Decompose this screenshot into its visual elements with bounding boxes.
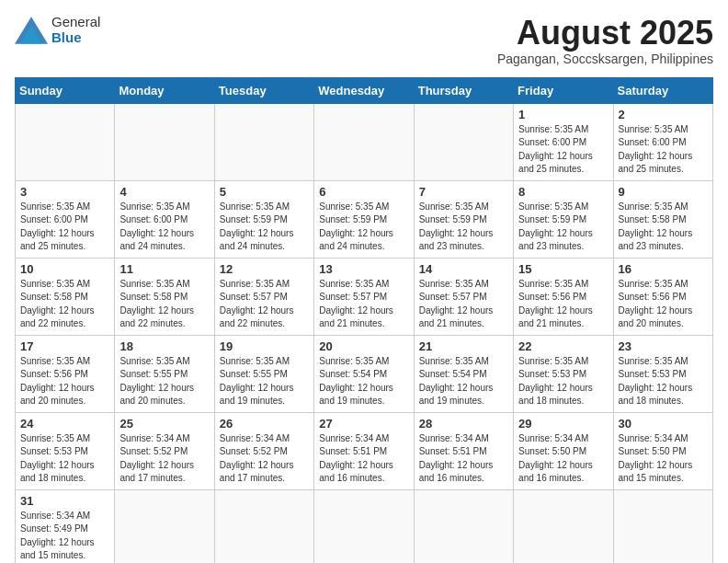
title-area: August 2025 Pagangan, Soccsksargen, Phil… [497,15,713,66]
calendar-cell-1-2: 5Sunrise: 5:35 AM Sunset: 5:59 PM Daylig… [214,180,313,258]
day-number: 29 [518,417,608,431]
day-info: Sunrise: 5:35 AM Sunset: 6:00 PM Dayligh… [119,201,209,254]
calendar-cell-4-4: 28Sunrise: 5:34 AM Sunset: 5:51 PM Dayli… [414,412,513,489]
day-info: Sunrise: 5:35 AM Sunset: 5:56 PM Dayligh… [20,355,109,408]
day-info: Sunrise: 5:35 AM Sunset: 5:57 PM Dayligh… [220,278,309,331]
calendar-cell-1-0: 3Sunrise: 5:35 AM Sunset: 6:00 PM Daylig… [16,180,115,258]
day-info: Sunrise: 5:35 AM Sunset: 5:53 PM Dayligh… [518,355,608,408]
calendar-cell-5-0: 31Sunrise: 5:34 AM Sunset: 5:49 PM Dayli… [16,489,115,563]
day-info: Sunrise: 5:34 AM Sunset: 5:50 PM Dayligh… [518,432,608,486]
calendar-cell-2-2: 12Sunrise: 5:35 AM Sunset: 5:57 PM Dayli… [214,258,313,335]
calendar-cell-0-3 [314,103,414,180]
month-title: August 2025 [497,15,713,52]
calendar-header: SundayMondayTuesdayWednesdayThursdayFrid… [16,77,713,103]
calendar-cell-3-3: 20Sunrise: 5:35 AM Sunset: 5:54 PM Dayli… [314,335,414,412]
location-subtitle: Pagangan, Soccsksargen, Philippines [497,52,713,66]
day-number: 8 [518,185,608,199]
day-number: 18 [119,339,209,353]
calendar-cell-5-2 [214,489,313,563]
day-number: 5 [220,185,309,199]
day-info: Sunrise: 5:35 AM Sunset: 5:55 PM Dayligh… [220,355,309,408]
weekday-header-friday: Friday [514,77,613,103]
calendar-cell-2-0: 10Sunrise: 5:35 AM Sunset: 5:58 PM Dayli… [16,258,115,335]
day-info: Sunrise: 5:35 AM Sunset: 5:59 PM Dayligh… [319,201,408,254]
calendar-cell-5-5 [514,489,613,563]
calendar-week-row-4: 24Sunrise: 5:35 AM Sunset: 5:53 PM Dayli… [16,412,713,489]
day-number: 1 [518,108,608,121]
day-info: Sunrise: 5:35 AM Sunset: 6:00 PM Dayligh… [20,201,109,254]
calendar-cell-2-6: 16Sunrise: 5:35 AM Sunset: 5:56 PM Dayli… [613,258,712,335]
weekday-header-saturday: Saturday [613,77,712,103]
calendar-cell-0-0 [16,103,115,180]
calendar-cell-4-3: 27Sunrise: 5:34 AM Sunset: 5:51 PM Dayli… [314,412,414,489]
day-info: Sunrise: 5:35 AM Sunset: 5:55 PM Dayligh… [119,355,209,408]
calendar-cell-2-1: 11Sunrise: 5:35 AM Sunset: 5:58 PM Dayli… [115,258,214,335]
day-info: Sunrise: 5:34 AM Sunset: 5:51 PM Dayligh… [419,432,508,486]
calendar-cell-4-5: 29Sunrise: 5:34 AM Sunset: 5:50 PM Dayli… [514,412,613,489]
day-number: 7 [419,185,508,199]
calendar-cell-0-4 [414,103,513,180]
logo: General Blue [15,15,100,45]
calendar-cell-1-6: 9Sunrise: 5:35 AM Sunset: 5:58 PM Daylig… [613,180,712,258]
calendar-cell-1-5: 8Sunrise: 5:35 AM Sunset: 5:59 PM Daylig… [514,180,613,258]
day-info: Sunrise: 5:35 AM Sunset: 6:00 PM Dayligh… [619,123,708,177]
day-number: 10 [20,262,109,276]
logo-icon [15,17,48,44]
header: General Blue August 2025 Pagangan, Soccs… [15,15,713,66]
day-info: Sunrise: 5:35 AM Sunset: 5:53 PM Dayligh… [619,355,708,408]
calendar-week-row-1: 3Sunrise: 5:35 AM Sunset: 6:00 PM Daylig… [16,180,713,258]
day-info: Sunrise: 5:34 AM Sunset: 5:49 PM Dayligh… [20,510,109,563]
day-number: 11 [119,262,209,276]
day-info: Sunrise: 5:34 AM Sunset: 5:52 PM Dayligh… [119,432,209,486]
calendar-cell-5-3 [314,489,414,563]
day-number: 15 [518,262,608,276]
calendar-week-row-3: 17Sunrise: 5:35 AM Sunset: 5:56 PM Dayli… [16,335,713,412]
calendar-week-row-0: 1Sunrise: 5:35 AM Sunset: 6:00 PM Daylig… [16,103,713,180]
calendar-cell-0-1 [115,103,214,180]
weekday-header-sunday: Sunday [16,77,115,103]
calendar-cell-3-2: 19Sunrise: 5:35 AM Sunset: 5:55 PM Dayli… [214,335,313,412]
calendar-cell-2-3: 13Sunrise: 5:35 AM Sunset: 5:57 PM Dayli… [314,258,414,335]
day-number: 2 [619,108,708,121]
day-number: 16 [619,262,708,276]
calendar-cell-1-4: 7Sunrise: 5:35 AM Sunset: 5:59 PM Daylig… [414,180,513,258]
calendar-cell-1-3: 6Sunrise: 5:35 AM Sunset: 5:59 PM Daylig… [314,180,414,258]
day-number: 23 [619,339,708,353]
day-info: Sunrise: 5:34 AM Sunset: 5:52 PM Dayligh… [220,432,309,486]
day-number: 9 [619,185,708,199]
day-number: 21 [419,339,508,353]
calendar-cell-1-1: 4Sunrise: 5:35 AM Sunset: 6:00 PM Daylig… [115,180,214,258]
day-number: 14 [419,262,508,276]
weekday-header-tuesday: Tuesday [214,77,313,103]
day-info: Sunrise: 5:35 AM Sunset: 5:57 PM Dayligh… [319,278,408,331]
day-info: Sunrise: 5:35 AM Sunset: 5:58 PM Dayligh… [119,278,209,331]
day-info: Sunrise: 5:34 AM Sunset: 5:50 PM Dayligh… [619,432,708,486]
calendar-table: SundayMondayTuesdayWednesdayThursdayFrid… [15,77,713,563]
day-number: 13 [319,262,408,276]
calendar-cell-0-2 [214,103,313,180]
day-info: Sunrise: 5:35 AM Sunset: 5:59 PM Dayligh… [220,201,309,254]
day-info: Sunrise: 5:35 AM Sunset: 5:54 PM Dayligh… [419,355,508,408]
day-number: 20 [319,339,408,353]
calendar-cell-2-4: 14Sunrise: 5:35 AM Sunset: 5:57 PM Dayli… [414,258,513,335]
calendar-cell-4-6: 30Sunrise: 5:34 AM Sunset: 5:50 PM Dayli… [613,412,712,489]
calendar-body: 1Sunrise: 5:35 AM Sunset: 6:00 PM Daylig… [16,103,713,563]
weekday-header-thursday: Thursday [414,77,513,103]
calendar-cell-4-1: 25Sunrise: 5:34 AM Sunset: 5:52 PM Dayli… [115,412,214,489]
day-info: Sunrise: 5:35 AM Sunset: 5:53 PM Dayligh… [20,432,109,486]
weekday-header-monday: Monday [115,77,214,103]
day-info: Sunrise: 5:35 AM Sunset: 6:00 PM Dayligh… [518,123,608,177]
calendar-cell-4-2: 26Sunrise: 5:34 AM Sunset: 5:52 PM Dayli… [214,412,313,489]
day-info: Sunrise: 5:35 AM Sunset: 5:54 PM Dayligh… [319,355,408,408]
calendar-cell-0-5: 1Sunrise: 5:35 AM Sunset: 6:00 PM Daylig… [514,103,613,180]
weekday-header-wednesday: Wednesday [314,77,414,103]
calendar-cell-5-4 [414,489,513,563]
day-number: 25 [119,417,209,431]
day-number: 6 [319,185,408,199]
calendar-cell-3-1: 18Sunrise: 5:35 AM Sunset: 5:55 PM Dayli… [115,335,214,412]
calendar-cell-3-0: 17Sunrise: 5:35 AM Sunset: 5:56 PM Dayli… [16,335,115,412]
calendar-cell-5-6 [613,489,712,563]
day-info: Sunrise: 5:34 AM Sunset: 5:51 PM Dayligh… [319,432,408,486]
day-number: 3 [20,185,109,199]
day-info: Sunrise: 5:35 AM Sunset: 5:57 PM Dayligh… [419,278,508,331]
